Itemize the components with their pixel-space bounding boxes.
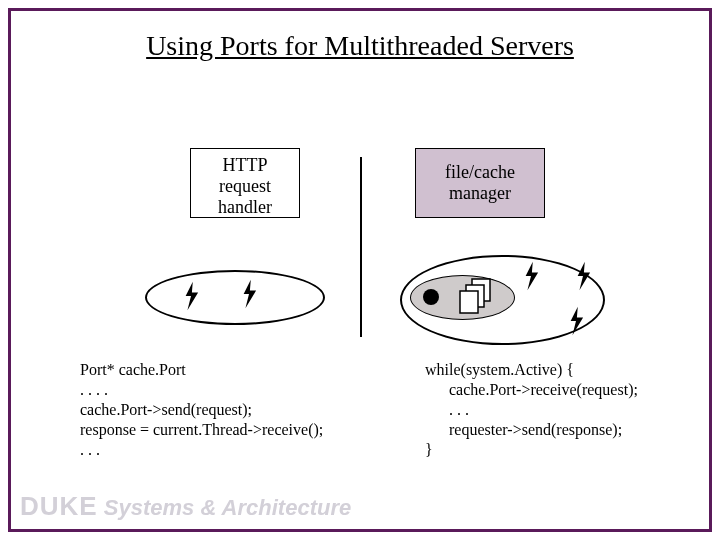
slide-title: Using Ports for Multithreaded Servers [0, 30, 720, 62]
file-cache-box: file/cache manager [415, 148, 545, 218]
footer-branding: DUKE Systems & Architecture [20, 491, 351, 522]
thread-icon [565, 305, 587, 337]
thread-icon [572, 260, 594, 292]
thread-icon [180, 280, 202, 312]
thread-icon [238, 278, 260, 310]
divider-line [360, 157, 362, 337]
left-thread-pool [145, 270, 325, 325]
cache-line2: manager [426, 183, 534, 204]
svg-rect-2 [460, 291, 478, 313]
http-line2: request [201, 176, 289, 197]
server-code-snippet: while(system.Active) { cache.Port->recei… [425, 360, 638, 460]
client-code-snippet: Port* cache.Port . . . . cache.Port->sen… [80, 360, 323, 460]
thread-icon [520, 260, 542, 292]
cache-line1: file/cache [426, 162, 534, 183]
http-line1: HTTP [201, 155, 289, 176]
footer-brand: DUKE [20, 491, 98, 521]
http-line3: handler [201, 197, 289, 218]
http-handler-box: HTTP request handler [190, 148, 300, 218]
port-dot-icon [423, 289, 439, 305]
request-stack-icon [456, 275, 500, 319]
footer-sublabel: Systems & Architecture [104, 495, 351, 520]
